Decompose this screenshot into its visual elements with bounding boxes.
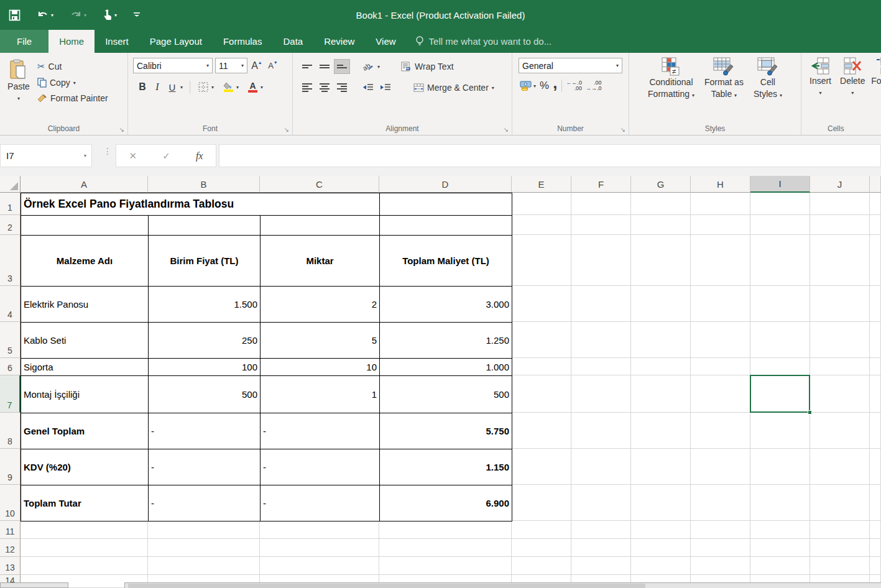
align-left-button[interactable] — [299, 80, 315, 95]
redo-dropdown[interactable]: ▾ — [84, 12, 86, 18]
column-header-J[interactable]: J — [810, 176, 870, 193]
cell-D10[interactable]: 6.900 — [380, 485, 512, 521]
underline-dropdown[interactable]: ▾ — [180, 85, 183, 90]
conditional-formatting-dropdown[interactable]: ▾ — [692, 93, 694, 98]
cell-styles-button[interactable]: Cell Styles ▾ — [750, 55, 785, 103]
cell-B4[interactable]: 1.500 — [149, 287, 261, 323]
number-dialog-launcher[interactable]: ↘ — [620, 127, 625, 133]
sheet-tab-area[interactable] — [0, 582, 68, 588]
row-header-13[interactable]: 13 — [0, 557, 21, 575]
merge-center-button[interactable]: Merge & Center ▾ — [411, 81, 497, 94]
decrease-indent-button[interactable] — [360, 80, 376, 95]
clipboard-dialog-launcher[interactable]: ↘ — [119, 127, 124, 133]
selected-cell-I7[interactable] — [750, 375, 810, 413]
cell-D4[interactable]: 3.000 — [380, 287, 512, 323]
cell-C7[interactable]: 1 — [261, 376, 380, 413]
insert-function-button[interactable]: fx — [196, 150, 203, 162]
cell-A6[interactable]: Sigorta — [21, 359, 149, 376]
decrease-decimal-button[interactable]: .00 →→.0 — [586, 80, 602, 91]
column-header-F[interactable]: F — [571, 176, 631, 193]
formula-bar-grip[interactable]: ⋮ — [103, 149, 112, 154]
font-dialog-launcher[interactable]: ↘ — [284, 127, 289, 133]
borders-button[interactable] — [196, 80, 210, 94]
wrap-text-button[interactable]: Wrap Text — [399, 60, 456, 73]
cell-A10[interactable]: Toplam Tutar — [21, 485, 149, 521]
fill-handle[interactable] — [808, 410, 812, 415]
copy-dropdown[interactable]: ▾ — [73, 80, 76, 86]
row-header-8[interactable]: 8 — [0, 413, 21, 449]
borders-dropdown[interactable]: ▾ — [211, 85, 214, 90]
redo-button[interactable]: ▾ — [70, 10, 86, 20]
tab-view[interactable]: View — [365, 30, 406, 53]
cell-C4[interactable]: 2 — [261, 287, 380, 323]
column-header-A[interactable]: A — [21, 176, 148, 193]
number-format-dropdown[interactable]: ▾ — [612, 63, 619, 68]
underline-button[interactable]: U — [165, 80, 179, 94]
comma-style-button[interactable]: , — [553, 80, 557, 92]
cell-D1[interactable] — [380, 193, 512, 216]
format-painter-button[interactable]: Format Painter — [35, 91, 111, 105]
horizontal-scrollbar[interactable] — [124, 582, 881, 588]
cancel-button[interactable]: ✕ — [129, 150, 137, 162]
row-header-3[interactable]: 3 — [0, 235, 21, 286]
row-header-2[interactable]: 2 — [0, 215, 21, 235]
number-format-combo[interactable]: General ▾ — [519, 58, 622, 73]
row-header-6[interactable]: 6 — [0, 358, 21, 375]
accounting-format-dropdown[interactable]: ▾ — [533, 83, 536, 89]
tab-page-layout[interactable]: Page Layout — [139, 30, 213, 53]
name-box-dropdown[interactable]: ▾ — [84, 153, 86, 158]
column-header-D[interactable]: D — [379, 176, 512, 193]
cell-B3[interactable]: Birim Fiyat (TL) — [149, 236, 261, 287]
name-box[interactable]: I7 ▾ — [0, 144, 92, 167]
paste-button[interactable]: Paste ▾ — [2, 55, 35, 106]
grow-font-button[interactable]: A▲ — [250, 59, 264, 73]
increase-indent-button[interactable] — [377, 80, 394, 95]
column-header-I[interactable]: I — [750, 176, 810, 193]
font-color-dropdown[interactable]: ▾ — [261, 85, 263, 90]
cell-C2[interactable] — [261, 216, 380, 236]
align-right-button[interactable] — [334, 80, 350, 95]
font-name-combo[interactable]: Calibri ▾ — [133, 58, 213, 73]
cell-D9[interactable]: 1.150 — [380, 449, 512, 485]
cell-D7[interactable]: 500 — [380, 376, 512, 413]
cell-A7[interactable]: Montaj İşçiliği — [21, 376, 149, 413]
percent-style-button[interactable]: % — [540, 80, 549, 92]
cell-C5[interactable]: 5 — [261, 323, 380, 359]
save-button[interactable] — [9, 9, 21, 21]
cell-D2[interactable] — [380, 216, 512, 236]
orientation-button[interactable]: ab — [360, 59, 376, 74]
column-header-H[interactable]: H — [691, 176, 750, 193]
cell-A8[interactable]: Genel Toplam — [21, 413, 149, 449]
row-header-9[interactable]: 9 — [0, 449, 21, 485]
touch-mode-button[interactable]: ▾ — [103, 9, 117, 21]
paste-dropdown[interactable]: ▾ — [17, 93, 20, 104]
column-header-G[interactable]: G — [631, 176, 691, 193]
italic-button[interactable]: I — [150, 80, 164, 94]
column-header-B[interactable]: B — [148, 176, 260, 193]
row-header-7[interactable]: 7 — [0, 375, 21, 413]
accounting-format-button[interactable]: ▾ — [520, 81, 536, 91]
tab-formulas[interactable]: Formulas — [213, 30, 273, 53]
alignment-dialog-launcher[interactable]: ↘ — [504, 127, 509, 133]
format-as-table-button[interactable]: Format as Table ▾ — [701, 55, 747, 103]
cell-D6[interactable]: 1.000 — [380, 359, 512, 376]
cell-B5[interactable]: 250 — [149, 323, 261, 359]
formula-input[interactable] — [219, 144, 881, 167]
align-bottom-button[interactable] — [334, 59, 350, 74]
column-header-partial[interactable] — [870, 176, 881, 193]
cell-A2[interactable] — [21, 216, 149, 236]
align-middle-button[interactable] — [316, 59, 333, 74]
cell-C3[interactable]: Miktar — [261, 236, 380, 287]
tell-me-box[interactable]: Tell me what you want to do... — [415, 30, 552, 53]
font-size-dropdown[interactable]: ▾ — [238, 63, 244, 68]
row-header-5[interactable]: 5 — [0, 322, 21, 358]
tab-data[interactable]: Data — [272, 30, 313, 53]
copy-button[interactable]: Copy ▾ — [35, 76, 111, 90]
cell-D5[interactable]: 1.250 — [380, 323, 512, 359]
undo-button[interactable]: ▾ — [37, 10, 53, 20]
tab-insert[interactable]: Insert — [95, 30, 139, 53]
delete-cells-dropdown[interactable]: ▾ — [851, 88, 854, 98]
font-name-dropdown[interactable]: ▾ — [203, 63, 209, 68]
cell-A9[interactable]: KDV (%20) — [21, 449, 149, 485]
horizontal-scrollbar-thumb[interactable] — [128, 584, 645, 588]
